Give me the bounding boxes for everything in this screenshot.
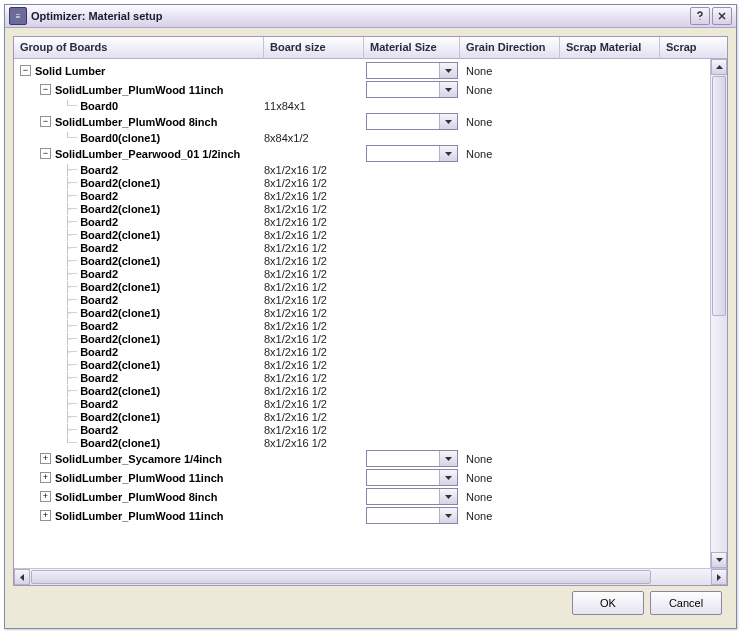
group-label: SolidLumber_PlumWood 11inch bbox=[55, 472, 223, 484]
chevron-down-icon[interactable] bbox=[439, 146, 457, 161]
dropdown-value bbox=[367, 470, 439, 485]
group-plumwood-11c[interactable]: +SolidLumber_PlumWood 11inch None bbox=[14, 506, 710, 525]
board-row[interactable]: ├┄ Board2 8x1/2x16 1/2 bbox=[14, 267, 710, 280]
board-label: Board2(clone1) bbox=[80, 333, 160, 345]
tree-line-icon: ├┄ bbox=[64, 411, 77, 422]
material-size-dropdown[interactable] bbox=[366, 113, 458, 130]
tree-line-icon: ├┄ bbox=[64, 229, 77, 240]
board-row[interactable]: ├┄ Board2 8x1/2x16 1/2 bbox=[14, 319, 710, 332]
ok-button[interactable]: OK bbox=[572, 591, 644, 615]
board-row[interactable]: └┄ Board2(clone1) 8x1/2x16 1/2 bbox=[14, 436, 710, 449]
group-solid-lumber[interactable]: −Solid Lumber None bbox=[14, 61, 710, 80]
board-row[interactable]: ├┄ Board2(clone1) 8x1/2x16 1/2 bbox=[14, 176, 710, 189]
tree-expander[interactable]: + bbox=[40, 510, 51, 521]
group-pearwood[interactable]: −SolidLumber_Pearwood_01 1/2inch None bbox=[14, 144, 710, 163]
column-scrap[interactable]: Scrap bbox=[660, 37, 727, 59]
material-size-dropdown[interactable] bbox=[366, 145, 458, 162]
tree-expander[interactable]: − bbox=[40, 84, 51, 95]
board-row[interactable]: ├┄ Board2 8x1/2x16 1/2 bbox=[14, 397, 710, 410]
group-plumwood-11b[interactable]: +SolidLumber_PlumWood 11inch None bbox=[14, 468, 710, 487]
tree-line-icon: ├┄ bbox=[64, 164, 77, 175]
scroll-down-icon[interactable] bbox=[711, 552, 727, 568]
chevron-down-icon[interactable] bbox=[439, 114, 457, 129]
board-size-value: 8x84x1/2 bbox=[264, 132, 309, 144]
board-label: Board2 bbox=[80, 164, 118, 176]
tree-expander[interactable]: − bbox=[20, 65, 31, 76]
board-size-value: 8x1/2x16 1/2 bbox=[264, 359, 327, 371]
chevron-down-icon[interactable] bbox=[439, 63, 457, 78]
hscroll-track[interactable] bbox=[30, 569, 711, 585]
column-material-size[interactable]: Material Size bbox=[364, 37, 460, 59]
board-row[interactable]: ├┄ Board2 8x1/2x16 1/2 bbox=[14, 215, 710, 228]
material-size-dropdown[interactable] bbox=[366, 469, 458, 486]
chevron-down-icon[interactable] bbox=[439, 82, 457, 97]
close-button[interactable] bbox=[712, 7, 732, 25]
tree-expander[interactable]: + bbox=[40, 453, 51, 464]
svg-marker-11 bbox=[717, 574, 721, 581]
board-row[interactable]: ├┄ Board2 8x1/2x16 1/2 bbox=[14, 293, 710, 306]
tree-line-icon: ├┄ bbox=[64, 359, 77, 370]
board-row[interactable]: ├┄ Board2 8x1/2x16 1/2 bbox=[14, 423, 710, 436]
window-title: Optimizer: Material setup bbox=[31, 10, 690, 22]
scroll-left-icon[interactable] bbox=[14, 569, 30, 585]
scroll-right-icon[interactable] bbox=[711, 569, 727, 585]
column-scrap-material[interactable]: Scrap Material bbox=[560, 37, 660, 59]
column-board-size[interactable]: Board size bbox=[264, 37, 364, 59]
board-row[interactable]: ├┄ Board2(clone1) 8x1/2x16 1/2 bbox=[14, 332, 710, 345]
help-button[interactable] bbox=[690, 7, 710, 25]
board-label: Board2 bbox=[80, 398, 118, 410]
board-row[interactable]: ├┄ Board2 8x1/2x16 1/2 bbox=[14, 241, 710, 254]
chevron-down-icon[interactable] bbox=[439, 508, 457, 523]
chevron-down-icon[interactable] bbox=[439, 451, 457, 466]
board-row[interactable]: ├┄ Board2(clone1) 8x1/2x16 1/2 bbox=[14, 358, 710, 371]
column-grain-direction[interactable]: Grain Direction bbox=[460, 37, 560, 59]
group-sycamore[interactable]: +SolidLumber_Sycamore 1/4inch None bbox=[14, 449, 710, 468]
board-size-value: 11x84x1 bbox=[264, 100, 306, 112]
board-row[interactable]: ├┄ Board2 8x1/2x16 1/2 bbox=[14, 371, 710, 384]
board-row[interactable]: ├┄ Board2 8x1/2x16 1/2 bbox=[14, 189, 710, 202]
group-plumwood-11[interactable]: −SolidLumber_PlumWood 11inch None bbox=[14, 80, 710, 99]
board-row[interactable]: └┄ Board0(clone1) 8x84x1/2 bbox=[14, 131, 710, 144]
tree-expander[interactable]: + bbox=[40, 491, 51, 502]
board-row[interactable]: ├┄ Board2(clone1) 8x1/2x16 1/2 bbox=[14, 306, 710, 319]
board-row[interactable]: ├┄ Board2 8x1/2x16 1/2 bbox=[14, 163, 710, 176]
material-size-dropdown[interactable] bbox=[366, 488, 458, 505]
hscroll-thumb[interactable] bbox=[31, 570, 651, 584]
board-size-value: 8x1/2x16 1/2 bbox=[264, 255, 327, 267]
tree-line-icon: ├┄ bbox=[64, 307, 77, 318]
board-row[interactable]: ├┄ Board2(clone1) 8x1/2x16 1/2 bbox=[14, 202, 710, 215]
board-size-value: 8x1/2x16 1/2 bbox=[264, 268, 327, 280]
vscroll-thumb[interactable] bbox=[712, 76, 726, 316]
material-size-dropdown[interactable] bbox=[366, 450, 458, 467]
board-row[interactable]: ├┄ Board2 8x1/2x16 1/2 bbox=[14, 345, 710, 358]
tree-line-icon: ├┄ bbox=[64, 268, 77, 279]
chevron-down-icon[interactable] bbox=[439, 489, 457, 504]
tree-expander[interactable]: + bbox=[40, 472, 51, 483]
vertical-scrollbar[interactable] bbox=[710, 59, 727, 568]
material-size-dropdown[interactable] bbox=[366, 81, 458, 98]
tree-line-icon: ├┄ bbox=[64, 372, 77, 383]
board-size-value: 8x1/2x16 1/2 bbox=[264, 281, 327, 293]
group-plumwood-8b[interactable]: +SolidLumber_PlumWood 8inch None bbox=[14, 487, 710, 506]
horizontal-scrollbar[interactable] bbox=[14, 568, 727, 585]
vscroll-track[interactable] bbox=[711, 75, 727, 552]
group-plumwood-8[interactable]: −SolidLumber_PlumWood 8inch None bbox=[14, 112, 710, 131]
board-row[interactable]: ├┄ Board2(clone1) 8x1/2x16 1/2 bbox=[14, 384, 710, 397]
board-row[interactable]: ├┄ Board2(clone1) 8x1/2x16 1/2 bbox=[14, 410, 710, 423]
material-size-dropdown[interactable] bbox=[366, 62, 458, 79]
chevron-down-icon[interactable] bbox=[439, 470, 457, 485]
board-row[interactable]: ├┄ Board2(clone1) 8x1/2x16 1/2 bbox=[14, 254, 710, 267]
board-row[interactable]: ├┄ Board2(clone1) 8x1/2x16 1/2 bbox=[14, 228, 710, 241]
tree-line-icon: ├┄ bbox=[64, 398, 77, 409]
tree-expander[interactable]: − bbox=[40, 116, 51, 127]
cancel-button[interactable]: Cancel bbox=[650, 591, 722, 615]
material-size-dropdown[interactable] bbox=[366, 507, 458, 524]
column-group-of-boards[interactable]: Group of Boards bbox=[14, 37, 264, 59]
board-size-value: 8x1/2x16 1/2 bbox=[264, 385, 327, 397]
tree-expander[interactable]: − bbox=[40, 148, 51, 159]
svg-marker-5 bbox=[445, 476, 452, 480]
board-row[interactable]: └┄ Board0 11x84x1 bbox=[14, 99, 710, 112]
scroll-up-icon[interactable] bbox=[711, 59, 727, 75]
grain-direction-value: None bbox=[466, 65, 492, 77]
board-row[interactable]: ├┄ Board2(clone1) 8x1/2x16 1/2 bbox=[14, 280, 710, 293]
